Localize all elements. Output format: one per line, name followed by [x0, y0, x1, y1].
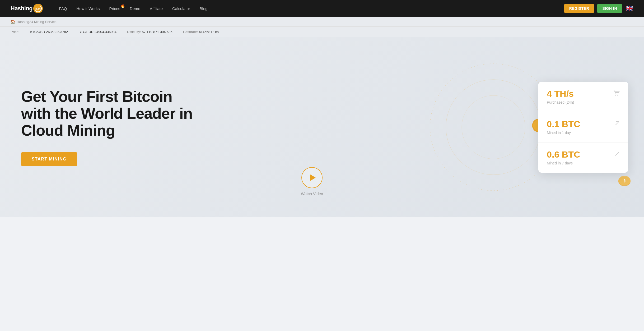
- logo-text: Hashing: [11, 5, 32, 12]
- stats-card: 4 TH/s Purchased (24h) 0.1 BTC Mined in …: [538, 82, 628, 173]
- logo[interactable]: Hashing B24: [11, 3, 43, 13]
- watch-video-label: Watch Video: [301, 191, 323, 196]
- stat-label-3: Mined in 7 days: [547, 161, 580, 165]
- nav-prices[interactable]: Prices: [109, 6, 120, 11]
- start-mining-button[interactable]: START MINING: [21, 152, 77, 166]
- signin-button[interactable]: SIGN IN: [597, 4, 622, 13]
- stat-info-2: 0.1 BTC Mined in 1 day: [547, 119, 580, 135]
- coin-decoration-2: ₿: [618, 175, 631, 191]
- nav-blog[interactable]: Blog: [200, 6, 208, 11]
- svg-text:B24: B24: [35, 7, 41, 10]
- difficulty-label: Difficulty: 57 119 871 304 635: [127, 30, 172, 34]
- home-icon: 🏠: [11, 20, 15, 24]
- stat-row-2: 0.1 BTC Mined in 1 day: [538, 112, 628, 142]
- stat-label-2: Mined in 1 day: [547, 131, 580, 135]
- play-icon: [310, 174, 316, 181]
- nav-faq[interactable]: FAQ: [59, 6, 67, 11]
- cart-icon: [613, 90, 620, 98]
- hero-section: ₿ ₿ Get Your First Bitcoin with the Worl…: [0, 37, 644, 217]
- svg-point-5: [462, 95, 525, 159]
- stat-info-3: 0.6 BTC Mined in 7 days: [547, 150, 580, 165]
- watch-video-wrapper: Watch Video: [301, 167, 323, 196]
- nav-calculator[interactable]: Calculator: [172, 6, 190, 11]
- nav-demo[interactable]: Demo: [130, 6, 140, 11]
- breadcrumb-text: Hashing24 Mining Service: [17, 20, 57, 24]
- stat-row-3: 0.6 BTC Mined in 7 days: [538, 142, 628, 173]
- navbar: Hashing B24 FAQ How it Works Prices Demo…: [0, 0, 644, 17]
- hero-content: Get Your First Bitcoin with the World Le…: [21, 88, 206, 166]
- nav-links: FAQ How it Works Prices Demo Affiliate C…: [59, 6, 564, 11]
- ticker-bar: Price: BTC/USD 26353.293782 BTC/EUR 2490…: [0, 27, 644, 37]
- difficulty-value: 57 119 871 304 635: [142, 30, 172, 34]
- nav-affiliate[interactable]: Affiliate: [150, 6, 163, 11]
- hashrate-label: Hashrate: 414558 PH/s: [183, 30, 219, 34]
- play-button[interactable]: [301, 167, 323, 188]
- stat-row-1: 4 TH/s Purchased (24h): [538, 82, 628, 112]
- price-label: Price:: [11, 30, 19, 34]
- hero-title: Get Your First Bitcoin with the World Le…: [21, 88, 206, 139]
- arrow-up-right-icon-2: [614, 151, 620, 158]
- stat-value-1: 4 TH/s: [547, 89, 574, 98]
- nav-actions: REGISTER SIGN IN 🇬🇧: [564, 4, 633, 13]
- nav-how-it-works[interactable]: How it Works: [76, 6, 100, 11]
- stat-info-1: 4 TH/s Purchased (24h): [547, 89, 574, 104]
- hashrate-value: 414558 PH/s: [199, 30, 219, 34]
- language-selector[interactable]: 🇬🇧: [625, 4, 633, 13]
- stat-label-1: Purchased (24h): [547, 100, 574, 104]
- svg-text:₿: ₿: [624, 179, 626, 183]
- register-button[interactable]: REGISTER: [564, 4, 595, 13]
- arrow-up-right-icon-1: [614, 121, 620, 127]
- breadcrumb-bar: 🏠 Hashing24 Mining Service: [0, 17, 644, 27]
- btc-eur-value: BTC/EUR 24904.336984: [78, 30, 116, 34]
- btc-usd-value: BTC/USD 26353.293782: [30, 30, 68, 34]
- logo-icon: B24: [33, 3, 43, 13]
- svg-point-4: [446, 80, 541, 175]
- stat-value-2: 0.1 BTC: [547, 119, 580, 128]
- stat-value-3: 0.6 BTC: [547, 150, 580, 159]
